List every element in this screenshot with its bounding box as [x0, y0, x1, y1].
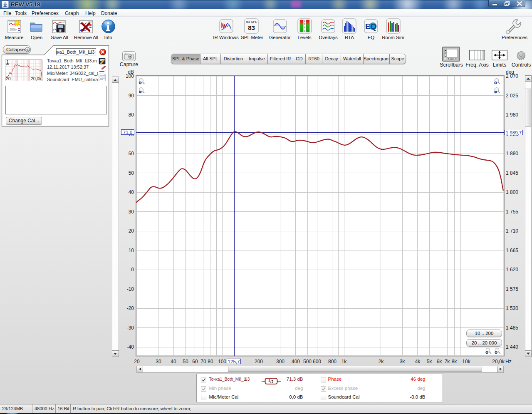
- svg-text:0: 0: [304, 20, 305, 22]
- svg-text:6: 6: [304, 26, 305, 29]
- svg-text:20: 20: [6, 76, 11, 81]
- svg-text:dB SPL: dB SPL: [246, 20, 257, 24]
- svg-text:83: 83: [248, 24, 255, 31]
- svg-text:9: 9: [304, 30, 305, 32]
- svg-text:3: 3: [304, 23, 305, 25]
- svg-text:1: 1: [6, 59, 9, 64]
- svg-text:20,0k: 20,0k: [31, 76, 42, 81]
- svg-text:Q: Q: [371, 22, 377, 31]
